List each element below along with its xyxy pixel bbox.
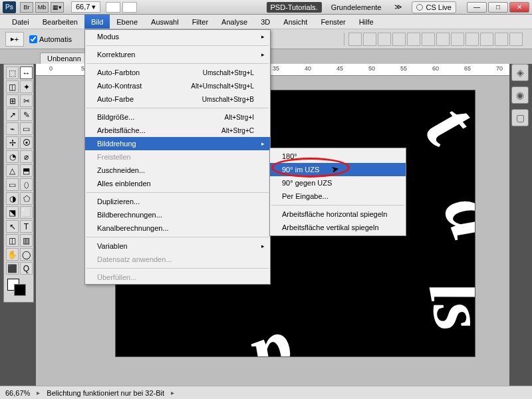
cslive-button[interactable]: CS Live (412, 1, 456, 13)
tool-button[interactable]: ▭ (6, 178, 19, 191)
tool-button[interactable]: T (20, 220, 33, 233)
tool-button[interactable]: ⌁ (6, 122, 19, 135)
zoom-level[interactable]: 66,7 ▾ (71, 1, 100, 13)
menu-zuschneiden[interactable]: Zuschneiden... (85, 164, 270, 177)
tool-button[interactable]: ⬯ (20, 178, 33, 191)
tool-button[interactable]: ↔ (20, 66, 33, 79)
tool-button[interactable]: ◫ (6, 234, 19, 247)
maximize-button[interactable]: □ (488, 2, 508, 13)
tool-button[interactable]: ◫ (6, 80, 19, 93)
menu-ansicht[interactable]: Ansicht (277, 15, 314, 29)
close-button[interactable]: ✕ (509, 2, 529, 13)
channels-panel-icon[interactable]: ◉ (511, 86, 529, 104)
tool-button[interactable]: ↗ (6, 108, 19, 121)
menu-analyse[interactable]: Analyse (215, 15, 254, 29)
menu-fenster[interactable]: Fenster (314, 15, 352, 29)
minimize-button[interactable]: — (467, 2, 487, 13)
color-swatches[interactable] (6, 279, 33, 300)
menu-bilddrehung[interactable]: Bilddrehung (85, 137, 270, 150)
rotate-90-ccw[interactable]: 90° gegen UZS (270, 176, 406, 190)
align-button[interactable] (509, 33, 523, 46)
menu-bildgroesse[interactable]: Bildgröße...Alt+Strg+I (85, 110, 270, 124)
layers-panel-icon[interactable]: ◈ (511, 64, 529, 81)
tool-preset[interactable]: ▸+ (5, 32, 24, 47)
view-extras-button[interactable]: ▦▾ (51, 2, 64, 13)
menu-korrekturen[interactable]: Korrekturen (85, 48, 270, 61)
tool-button[interactable]: ▥ (20, 234, 33, 247)
canvas-text: t (408, 90, 475, 161)
minibridge-button[interactable]: Mb (35, 2, 49, 13)
menu-auto-farbe[interactable]: Auto-FarbeUmschalt+Strg+B (85, 92, 270, 106)
align-button[interactable] (392, 33, 406, 46)
menu-modus[interactable]: Modus (85, 30, 270, 43)
workspace-more[interactable]: ≫ (390, 1, 406, 13)
tool-button[interactable]: ⬒ (20, 164, 33, 177)
menu-bildberechnungen[interactable]: Bildberechnungen... (85, 208, 270, 221)
align-button[interactable] (407, 33, 420, 46)
rotate-180[interactable]: 180° (270, 150, 406, 163)
menu-auto-kontrast[interactable]: Auto-KontrastAlt+Umschalt+Strg+L (85, 79, 270, 92)
menu-alles-einblenden[interactable]: Alles einblenden (85, 177, 270, 190)
menu-kanalberechnungen[interactable]: Kanalberechnungen... (85, 221, 270, 235)
status-arrow-icon[interactable]: ▸ (171, 389, 174, 396)
align-button[interactable] (363, 33, 376, 46)
align-button[interactable] (422, 33, 435, 46)
tool-button[interactable]: ✦ (20, 80, 33, 93)
arrange-button[interactable] (122, 2, 137, 13)
tool-button[interactable]: ↖ (6, 220, 19, 233)
tool-button[interactable]: ✢ (6, 136, 19, 149)
rotate-90-cw[interactable]: 90° im UZS (270, 163, 406, 176)
tool-button[interactable]: Q (20, 262, 33, 275)
menu-hilfe[interactable]: Hilfe (352, 15, 380, 29)
tool-button[interactable]: ✎ (20, 108, 33, 121)
align-button[interactable] (378, 33, 391, 46)
tool-button[interactable]: ⬚ (6, 66, 19, 79)
menu-bearbeiten[interactable]: Bearbeiten (36, 15, 84, 29)
tool-button[interactable]: ⊞ (6, 94, 19, 107)
status-zoom[interactable]: 66,67% (5, 389, 30, 397)
tool-button[interactable]: ✋ (6, 248, 19, 261)
menu-arbeitsflaeche[interactable]: Arbeitsfläche...Alt+Strg+C (85, 124, 270, 137)
menu-3d[interactable]: 3D (254, 15, 277, 29)
bilddrehung-submenu: 180° 90° im UZS 90° gegen UZS Per Eingab… (269, 148, 406, 236)
tool-button[interactable]: ⬔ (6, 206, 19, 219)
paths-panel-icon[interactable]: ▢ (511, 109, 529, 126)
flip-horizontal[interactable]: Arbeitsfläche horizontal spiegeln (270, 207, 406, 221)
menu-datei[interactable]: Datei (5, 15, 36, 29)
background-swatch[interactable] (14, 284, 26, 296)
tool-button[interactable]: ⌀ (20, 150, 33, 163)
tool-button[interactable]: ◑ (6, 192, 19, 205)
rotate-arbitrary[interactable]: Per Eingabe... (270, 190, 406, 203)
tool-button[interactable]: ▭ (20, 122, 33, 135)
align-button[interactable] (495, 33, 508, 46)
tool-button[interactable]: ⬛ (6, 262, 19, 275)
menu-datensatz: Datensatz anwenden... (85, 253, 270, 266)
menu-filter[interactable]: Filter (186, 15, 215, 29)
tool-button[interactable]: ◔ (6, 150, 19, 163)
menu-variablen[interactable]: Variablen (85, 239, 270, 253)
menu-auto-farbton[interactable]: Auto-FarbtonUmschalt+Strg+L (85, 66, 270, 79)
document-tab[interactable]: Unbenann (40, 53, 88, 64)
menu-ebene[interactable]: Ebene (110, 15, 144, 29)
workspace-item[interactable]: Grundelemente (327, 2, 386, 13)
align-button[interactable] (451, 33, 464, 46)
tool-button[interactable]: ⬠ (20, 192, 33, 205)
tool-button[interactable]: ◯ (20, 248, 33, 261)
menu-bild[interactable]: Bild (84, 15, 110, 29)
screen-mode-button[interactable] (106, 2, 120, 13)
auto-select-checkbox[interactable]: Automatis (29, 35, 72, 43)
align-button[interactable] (480, 33, 493, 46)
tool-button[interactable]: ⦿ (20, 136, 33, 149)
menu-auswahl[interactable]: Auswahl (144, 15, 186, 29)
align-button[interactable] (466, 33, 479, 46)
tool-button[interactable]: ✂ (20, 94, 33, 107)
tool-button[interactable]: △ (6, 164, 19, 177)
bridge-button[interactable]: Br (20, 2, 33, 13)
status-arrow-icon[interactable]: ▸ (37, 389, 40, 396)
align-button[interactable] (348, 33, 362, 46)
align-button[interactable] (436, 33, 450, 46)
workspace-active[interactable]: PSD-Tutorials. (267, 2, 322, 13)
flip-vertical[interactable]: Arbeitsfläche vertikal spiegeln (270, 221, 406, 234)
menu-duplizieren[interactable]: Duplizieren... (85, 195, 270, 208)
tool-button[interactable]: ⬜ (20, 206, 33, 219)
